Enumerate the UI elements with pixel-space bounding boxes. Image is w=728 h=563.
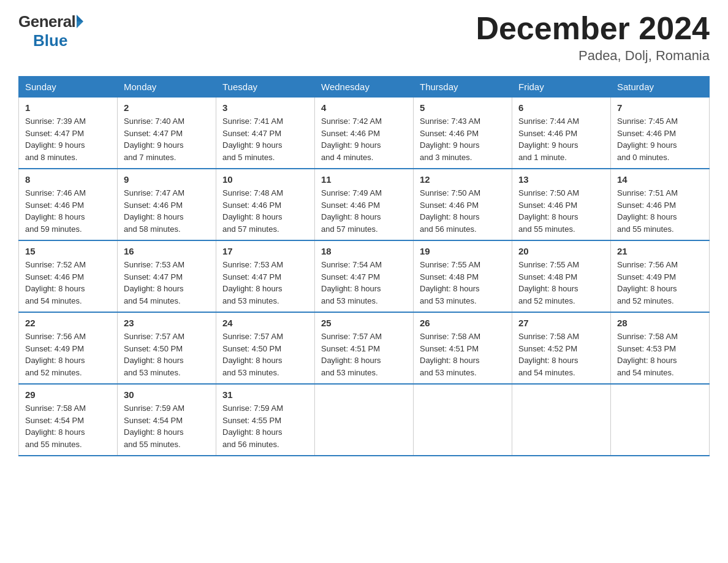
day-number: 4: [321, 102, 407, 113]
calendar-week-row: 22 Sunrise: 7:56 AMSunset: 4:49 PMDaylig…: [19, 312, 710, 384]
calendar-day-cell: 6 Sunrise: 7:44 AMSunset: 4:46 PMDayligh…: [512, 98, 611, 169]
calendar-day-cell: 8 Sunrise: 7:46 AMSunset: 4:46 PMDayligh…: [19, 169, 118, 240]
day-info: Sunrise: 7:53 AMSunset: 4:47 PMDaylight:…: [124, 260, 184, 305]
day-number: 9: [124, 174, 210, 185]
day-number: 27: [518, 318, 604, 328]
calendar-day-cell: 18 Sunrise: 7:54 AMSunset: 4:47 PMDaylig…: [315, 240, 414, 312]
day-number: 28: [617, 318, 703, 328]
day-info: Sunrise: 7:47 AMSunset: 4:46 PMDaylight:…: [124, 188, 184, 234]
day-number: 25: [321, 318, 407, 328]
day-info: Sunrise: 7:50 AMSunset: 4:46 PMDaylight:…: [518, 188, 579, 234]
calendar-day-cell: 19 Sunrise: 7:55 AMSunset: 4:48 PMDaylig…: [414, 240, 512, 312]
day-info: Sunrise: 7:59 AMSunset: 4:55 PMDaylight:…: [222, 404, 283, 449]
day-number: 31: [222, 389, 308, 400]
day-info: Sunrise: 7:46 AMSunset: 4:46 PMDaylight:…: [25, 188, 86, 234]
logo-blue-section: [75, 16, 90, 28]
day-number: 18: [321, 246, 407, 256]
day-number: 22: [25, 318, 111, 328]
day-info: Sunrise: 7:56 AMSunset: 4:49 PMDaylight:…: [617, 260, 678, 305]
calendar-day-cell: 27 Sunrise: 7:58 AMSunset: 4:52 PMDaylig…: [512, 312, 611, 384]
day-number: 16: [124, 246, 210, 256]
day-number: 3: [222, 102, 308, 113]
day-number: 26: [420, 318, 506, 328]
calendar-day-cell: 25 Sunrise: 7:57 AMSunset: 4:51 PMDaylig…: [315, 312, 414, 384]
calendar-day-cell: 26 Sunrise: 7:58 AMSunset: 4:51 PMDaylig…: [414, 312, 512, 384]
calendar-day-header: Wednesday: [315, 77, 414, 98]
day-number: 23: [124, 318, 210, 328]
day-number: 7: [617, 102, 703, 113]
logo: General Blue: [18, 12, 90, 50]
day-number: 5: [420, 102, 506, 113]
day-number: 29: [25, 389, 111, 400]
day-number: 20: [518, 246, 604, 256]
day-number: 2: [124, 102, 210, 113]
calendar-day-header: Saturday: [611, 77, 710, 98]
day-info: Sunrise: 7:57 AMSunset: 4:50 PMDaylight:…: [124, 332, 184, 377]
calendar-day-cell: 11 Sunrise: 7:49 AMSunset: 4:46 PMDaylig…: [315, 169, 414, 240]
day-info: Sunrise: 7:41 AMSunset: 4:47 PMDaylight:…: [222, 117, 283, 162]
calendar-day-cell: [611, 384, 710, 456]
calendar-header-row: SundayMondayTuesdayWednesdayThursdayFrid…: [19, 77, 710, 98]
day-info: Sunrise: 7:58 AMSunset: 4:54 PMDaylight:…: [25, 404, 86, 449]
logo-blue-text: Blue: [33, 31, 67, 50]
calendar-day-cell: 16 Sunrise: 7:53 AMSunset: 4:47 PMDaylig…: [118, 240, 216, 312]
calendar-day-cell: 21 Sunrise: 7:56 AMSunset: 4:49 PMDaylig…: [611, 240, 710, 312]
logo-general-text: General: [18, 12, 75, 31]
calendar-day-cell: 31 Sunrise: 7:59 AMSunset: 4:55 PMDaylig…: [216, 384, 315, 456]
calendar-day-cell: 7 Sunrise: 7:45 AMSunset: 4:46 PMDayligh…: [611, 98, 710, 169]
calendar-day-cell: 22 Sunrise: 7:56 AMSunset: 4:49 PMDaylig…: [19, 312, 118, 384]
page-header: General Blue December 2024 Padea, Dolj, …: [18, 12, 710, 64]
day-number: 17: [222, 246, 308, 256]
day-info: Sunrise: 7:54 AMSunset: 4:47 PMDaylight:…: [321, 260, 382, 305]
calendar-day-header: Thursday: [414, 77, 512, 98]
title-section: December 2024 Padea, Dolj, Romania: [476, 12, 710, 64]
day-number: 6: [518, 102, 604, 113]
day-info: Sunrise: 7:58 AMSunset: 4:53 PMDaylight:…: [617, 332, 678, 377]
day-info: Sunrise: 7:40 AMSunset: 4:47 PMDaylight:…: [124, 117, 184, 162]
calendar-day-cell: 30 Sunrise: 7:59 AMSunset: 4:54 PMDaylig…: [118, 384, 216, 456]
calendar-day-cell: 9 Sunrise: 7:47 AMSunset: 4:46 PMDayligh…: [118, 169, 216, 240]
calendar-day-cell: [414, 384, 512, 456]
day-info: Sunrise: 7:51 AMSunset: 4:46 PMDaylight:…: [617, 188, 678, 234]
calendar-day-cell: 17 Sunrise: 7:53 AMSunset: 4:47 PMDaylig…: [216, 240, 315, 312]
calendar-week-row: 1 Sunrise: 7:39 AMSunset: 4:47 PMDayligh…: [19, 98, 710, 169]
day-number: 10: [222, 174, 308, 185]
day-number: 12: [420, 174, 506, 185]
day-info: Sunrise: 7:45 AMSunset: 4:46 PMDaylight:…: [617, 117, 678, 162]
calendar-day-cell: [315, 384, 414, 456]
day-info: Sunrise: 7:48 AMSunset: 4:46 PMDaylight:…: [222, 188, 283, 234]
day-info: Sunrise: 7:53 AMSunset: 4:47 PMDaylight:…: [222, 260, 283, 305]
calendar-day-cell: 10 Sunrise: 7:48 AMSunset: 4:46 PMDaylig…: [216, 169, 315, 240]
calendar-week-row: 15 Sunrise: 7:52 AMSunset: 4:46 PMDaylig…: [19, 240, 710, 312]
calendar-day-cell: 29 Sunrise: 7:58 AMSunset: 4:54 PMDaylig…: [19, 384, 118, 456]
month-title: December 2024: [476, 12, 710, 44]
day-number: 24: [222, 318, 308, 328]
day-info: Sunrise: 7:59 AMSunset: 4:54 PMDaylight:…: [124, 404, 184, 449]
calendar-day-cell: [512, 384, 611, 456]
calendar-day-cell: 1 Sunrise: 7:39 AMSunset: 4:47 PMDayligh…: [19, 98, 118, 169]
day-info: Sunrise: 7:57 AMSunset: 4:50 PMDaylight:…: [222, 332, 283, 377]
calendar-day-cell: 23 Sunrise: 7:57 AMSunset: 4:50 PMDaylig…: [118, 312, 216, 384]
day-info: Sunrise: 7:55 AMSunset: 4:48 PMDaylight:…: [420, 260, 480, 305]
day-info: Sunrise: 7:56 AMSunset: 4:49 PMDaylight:…: [25, 332, 86, 377]
day-number: 30: [124, 389, 210, 400]
day-info: Sunrise: 7:49 AMSunset: 4:46 PMDaylight:…: [321, 188, 382, 234]
day-number: 13: [518, 174, 604, 185]
location: Padea, Dolj, Romania: [476, 48, 710, 64]
calendar-day-header: Friday: [512, 77, 611, 98]
day-info: Sunrise: 7:44 AMSunset: 4:46 PMDaylight:…: [518, 117, 579, 162]
calendar-day-cell: 4 Sunrise: 7:42 AMSunset: 4:46 PMDayligh…: [315, 98, 414, 169]
calendar-day-cell: 24 Sunrise: 7:57 AMSunset: 4:50 PMDaylig…: [216, 312, 315, 384]
calendar-day-header: Sunday: [19, 77, 118, 98]
calendar-table: SundayMondayTuesdayWednesdayThursdayFrid…: [18, 76, 710, 456]
day-info: Sunrise: 7:42 AMSunset: 4:46 PMDaylight:…: [321, 117, 382, 162]
calendar-day-cell: 13 Sunrise: 7:50 AMSunset: 4:46 PMDaylig…: [512, 169, 611, 240]
calendar-day-header: Monday: [118, 77, 216, 98]
calendar-day-cell: 28 Sunrise: 7:58 AMSunset: 4:53 PMDaylig…: [611, 312, 710, 384]
day-number: 19: [420, 246, 506, 256]
calendar-day-header: Tuesday: [216, 77, 315, 98]
calendar-day-cell: 2 Sunrise: 7:40 AMSunset: 4:47 PMDayligh…: [118, 98, 216, 169]
day-info: Sunrise: 7:39 AMSunset: 4:47 PMDaylight:…: [25, 117, 86, 162]
day-info: Sunrise: 7:55 AMSunset: 4:48 PMDaylight:…: [518, 260, 579, 305]
day-info: Sunrise: 7:43 AMSunset: 4:46 PMDaylight:…: [420, 117, 480, 162]
